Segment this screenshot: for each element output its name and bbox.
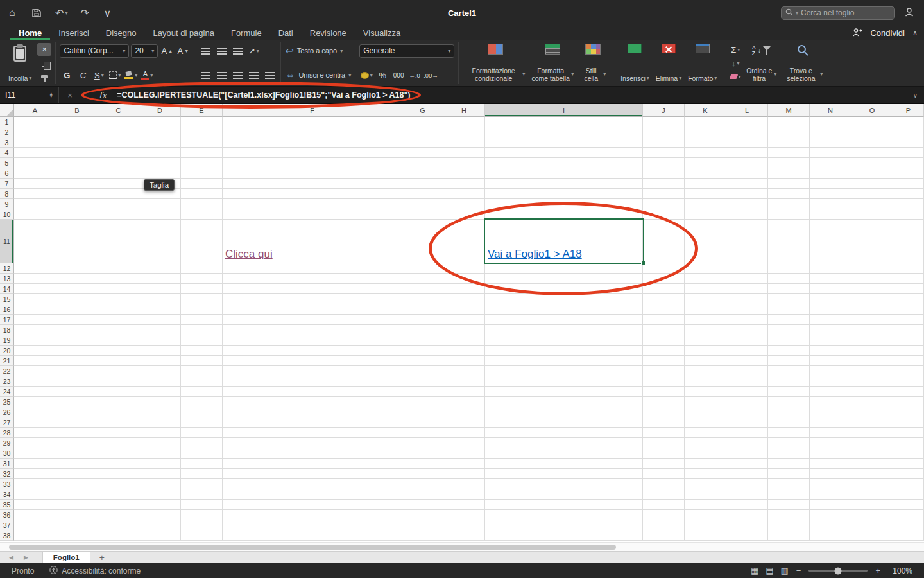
cell-J29[interactable] — [643, 438, 685, 448]
cell-M28[interactable] — [768, 428, 810, 438]
cell-L8[interactable] — [726, 189, 768, 199]
cell-I36[interactable] — [485, 510, 643, 520]
row-header-26[interactable]: 26 — [0, 407, 14, 417]
cell-K24[interactable] — [685, 387, 726, 397]
cell-O15[interactable] — [851, 294, 893, 304]
cell-G29[interactable] — [402, 438, 443, 448]
cell-F13[interactable] — [223, 274, 402, 284]
cell-J27[interactable] — [643, 417, 685, 428]
cell-B22[interactable] — [56, 366, 98, 376]
cell-E2[interactable] — [181, 127, 223, 137]
cell-K12[interactable] — [685, 263, 726, 274]
cell-C7[interactable] — [98, 179, 139, 189]
cell-I14[interactable] — [485, 284, 643, 294]
cell-E38[interactable] — [181, 530, 223, 541]
cell-K21[interactable] — [685, 356, 726, 366]
cell-I11[interactable]: Vai a Foglio1 > A18 — [485, 220, 643, 263]
cell-P36[interactable] — [893, 510, 924, 520]
collapse-ribbon-icon[interactable]: ∧ — [912, 29, 918, 37]
row-header-12[interactable]: 12 — [0, 263, 14, 274]
cell-P9[interactable] — [893, 199, 924, 209]
cell-E32[interactable] — [181, 469, 223, 479]
cell-P35[interactable] — [893, 500, 924, 510]
cell-A33[interactable] — [14, 479, 56, 489]
cell-E33[interactable] — [181, 479, 223, 489]
cell-C26[interactable] — [98, 407, 139, 417]
cell-D37[interactable] — [139, 520, 181, 530]
cell-H1[interactable] — [443, 117, 485, 127]
column-header-H[interactable]: H — [443, 104, 485, 117]
cell-F34[interactable] — [223, 489, 402, 500]
cell-C20[interactable] — [98, 346, 139, 356]
cell-B8[interactable] — [56, 189, 98, 199]
cell-P24[interactable] — [893, 387, 924, 397]
cell-C10[interactable] — [98, 209, 139, 220]
column-header-C[interactable]: C — [98, 104, 139, 117]
cell-C22[interactable] — [98, 366, 139, 376]
toolbar-more-button[interactable]: ∨ — [103, 7, 114, 19]
cell-M25[interactable] — [768, 397, 810, 407]
cell-G27[interactable] — [402, 417, 443, 428]
cell-G9[interactable] — [402, 199, 443, 209]
cell-O11[interactable] — [851, 220, 893, 263]
cell-E20[interactable] — [181, 346, 223, 356]
cell-P4[interactable] — [893, 148, 924, 158]
cell-M34[interactable] — [768, 489, 810, 500]
cell-H27[interactable] — [443, 417, 485, 428]
cell-O3[interactable] — [851, 137, 893, 148]
cell-O12[interactable] — [851, 263, 893, 274]
cell-G15[interactable] — [402, 294, 443, 304]
cell-A22[interactable] — [14, 366, 56, 376]
cell-I26[interactable] — [485, 407, 643, 417]
cell-F28[interactable] — [223, 428, 402, 438]
cell-L27[interactable] — [726, 417, 768, 428]
cell-H17[interactable] — [443, 315, 485, 325]
cell-O14[interactable] — [851, 284, 893, 294]
cell-K28[interactable] — [685, 428, 726, 438]
cell-O2[interactable] — [851, 127, 893, 137]
cell-O33[interactable] — [851, 479, 893, 489]
cell-I31[interactable] — [485, 459, 643, 469]
decrease-decimal-button[interactable]: .00→ — [424, 68, 438, 82]
add-sheet-button[interactable]: + — [99, 552, 105, 563]
cell-O1[interactable] — [851, 117, 893, 127]
row-header-8[interactable]: 8 — [0, 189, 14, 199]
cell-L26[interactable] — [726, 407, 768, 417]
cell-L29[interactable] — [726, 438, 768, 448]
cell-O8[interactable] — [851, 189, 893, 199]
cell-L24[interactable] — [726, 387, 768, 397]
cell-N15[interactable] — [810, 294, 851, 304]
fill-color-button[interactable]: ▾ — [124, 68, 138, 82]
cell-P32[interactable] — [893, 469, 924, 479]
cell-E9[interactable] — [181, 199, 223, 209]
cell-K1[interactable] — [685, 117, 726, 127]
cell-H26[interactable] — [443, 407, 485, 417]
cell-L10[interactable] — [726, 209, 768, 220]
cell-A16[interactable] — [14, 304, 56, 315]
cell-A3[interactable] — [14, 137, 56, 148]
cell-H35[interactable] — [443, 500, 485, 510]
cell-J28[interactable] — [643, 428, 685, 438]
cell-G24[interactable] — [402, 387, 443, 397]
cell-N37[interactable] — [810, 520, 851, 530]
cell-L38[interactable] — [726, 530, 768, 541]
tab-dati[interactable]: Dati — [270, 26, 302, 40]
cell-D16[interactable] — [139, 304, 181, 315]
cell-B23[interactable] — [56, 376, 98, 387]
cell-C25[interactable] — [98, 397, 139, 407]
cell-M18[interactable] — [768, 325, 810, 335]
cell-L19[interactable] — [726, 335, 768, 346]
cell-I18[interactable] — [485, 325, 643, 335]
cell-I8[interactable] — [485, 189, 643, 199]
cell-I22[interactable] — [485, 366, 643, 376]
cell-D24[interactable] — [139, 387, 181, 397]
cell-A9[interactable] — [14, 199, 56, 209]
cell-K3[interactable] — [685, 137, 726, 148]
cell-L13[interactable] — [726, 274, 768, 284]
cell-B13[interactable] — [56, 274, 98, 284]
row-header-6[interactable]: 6 — [0, 168, 14, 179]
row-header-34[interactable]: 34 — [0, 489, 14, 500]
cell-L14[interactable] — [726, 284, 768, 294]
cell-E21[interactable] — [181, 356, 223, 366]
cell-P33[interactable] — [893, 479, 924, 489]
